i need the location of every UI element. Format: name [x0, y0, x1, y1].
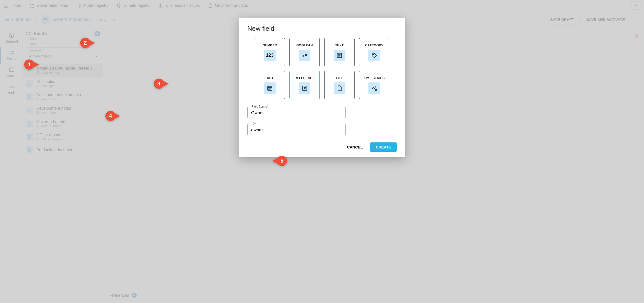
field-name-label: Field Name* — [251, 105, 269, 108]
type-card-reference[interactable]: REFERENCE — [289, 71, 320, 99]
type-card-time-series[interactable]: TIME SERIES — [359, 71, 389, 99]
boolean-icon — [299, 50, 310, 61]
field-id-input-wrap: ID* — [247, 124, 346, 135]
field-id-label: ID* — [251, 122, 257, 126]
field-id-input[interactable] — [251, 128, 342, 133]
time-series-icon — [368, 82, 380, 94]
annotation-marker-1: 1 — [24, 59, 39, 70]
reference-icon — [299, 82, 310, 94]
create-button[interactable]: CREATE — [370, 142, 397, 152]
field-name-input-wrap: Field Name* — [247, 107, 346, 118]
svg-point-18 — [373, 54, 373, 55]
svg-point-20 — [269, 88, 269, 89]
type-card-text[interactable]: TEXT — [324, 38, 355, 66]
annotation-marker-3: 3 — [154, 79, 168, 89]
type-card-boolean[interactable]: BOOLEAN — [289, 38, 320, 66]
modal-overlay: New field NUMBER 123 BOOLEAN TEXT CATEGO… — [0, 0, 644, 303]
field-type-grid: NUMBER 123 BOOLEAN TEXT CATEGORY DATE RE… — [247, 38, 397, 99]
svg-point-21 — [270, 88, 270, 89]
type-card-date[interactable]: DATE — [255, 71, 285, 99]
type-label: TEXT — [335, 43, 343, 47]
type-label: BOOLEAN — [297, 43, 313, 47]
annotation-marker-2: 2 — [80, 38, 95, 48]
field-name-input[interactable] — [251, 110, 342, 115]
type-label: REFERENCE — [295, 76, 315, 80]
text-icon — [334, 50, 345, 61]
new-field-modal: New field NUMBER 123 BOOLEAN TEXT CATEGO… — [239, 18, 405, 157]
cancel-button[interactable]: CANCEL — [343, 142, 367, 152]
annotation-marker-5: 5 — [272, 156, 287, 166]
tag-icon — [368, 50, 380, 61]
modal-title: New field — [247, 25, 397, 33]
file-icon — [334, 82, 345, 94]
number-icon: 123 — [264, 50, 276, 61]
type-card-category[interactable]: CATEGORY — [359, 38, 389, 66]
type-card-number[interactable]: NUMBER 123 — [255, 38, 285, 66]
calendar-icon — [264, 82, 276, 94]
type-label: CATEGORY — [365, 43, 383, 47]
type-label: FILE — [336, 76, 343, 80]
svg-point-22 — [269, 89, 269, 90]
type-label: DATE — [266, 76, 274, 80]
annotation-marker-4: 4 — [105, 111, 120, 121]
svg-point-24 — [375, 89, 377, 91]
type-card-file[interactable]: FILE — [324, 71, 355, 99]
type-label: NUMBER — [262, 43, 277, 47]
type-label: TIME SERIES — [364, 76, 385, 80]
